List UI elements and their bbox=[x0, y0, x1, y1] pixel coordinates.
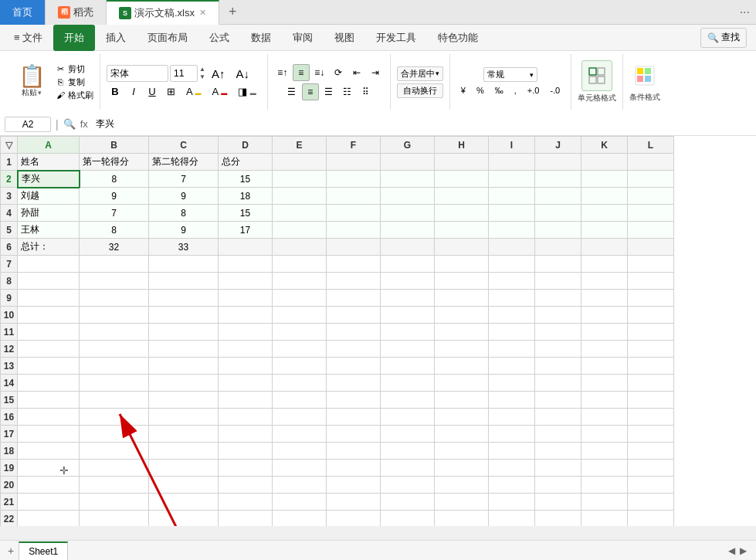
cell-B2[interactable]: 8 bbox=[80, 171, 149, 188]
col-header-K[interactable]: K bbox=[581, 137, 628, 154]
col-header-F[interactable]: F bbox=[327, 137, 381, 154]
cell-E10[interactable] bbox=[273, 307, 327, 324]
row-header-14[interactable]: 14 bbox=[1, 375, 18, 392]
cell-B21[interactable] bbox=[80, 494, 149, 511]
row-header-21[interactable]: 21 bbox=[1, 494, 18, 511]
tab-wps[interactable]: 稻 稻壳 bbox=[46, 0, 107, 25]
row-header-17[interactable]: 17 bbox=[1, 426, 18, 443]
cell-D12[interactable] bbox=[219, 341, 273, 358]
cell-B1[interactable]: 第一轮得分 bbox=[80, 154, 149, 171]
cell-L22[interactable] bbox=[628, 511, 674, 527]
cell-B22[interactable] bbox=[80, 511, 149, 527]
font-size-up[interactable]: ▲ bbox=[199, 66, 205, 73]
cell-A5[interactable]: 王林 bbox=[18, 222, 80, 239]
indent-decrease-button[interactable]: ⇤ bbox=[348, 64, 365, 81]
cell-I1[interactable] bbox=[489, 154, 535, 171]
cell-K22[interactable] bbox=[581, 511, 628, 527]
cell-D8[interactable] bbox=[219, 273, 273, 290]
cell-C13[interactable] bbox=[149, 358, 219, 375]
row-header-16[interactable]: 16 bbox=[1, 409, 18, 426]
cell-C20[interactable] bbox=[149, 477, 219, 494]
cell-C15[interactable] bbox=[149, 392, 219, 409]
cell-G18[interactable] bbox=[381, 443, 435, 460]
cell-F20[interactable] bbox=[327, 477, 381, 494]
cell-K3[interactable] bbox=[581, 188, 628, 205]
cell-I18[interactable] bbox=[489, 443, 535, 460]
cell-F22[interactable] bbox=[327, 511, 381, 527]
search-button[interactable]: 🔍 查找 bbox=[700, 28, 747, 48]
cell-L6[interactable] bbox=[628, 239, 674, 256]
cell-I10[interactable] bbox=[489, 307, 535, 324]
cell-I20[interactable] bbox=[489, 477, 535, 494]
cell-C11[interactable] bbox=[149, 324, 219, 341]
cell-C5[interactable]: 9 bbox=[149, 222, 219, 239]
cell-C1[interactable]: 第二轮得分 bbox=[149, 154, 219, 171]
cell-E1[interactable] bbox=[273, 154, 327, 171]
cell-J12[interactable] bbox=[535, 341, 581, 358]
cell-L18[interactable] bbox=[628, 443, 674, 460]
cell-A12[interactable] bbox=[18, 341, 80, 358]
cell-J14[interactable] bbox=[535, 375, 581, 392]
align-middle-button[interactable]: ≡ bbox=[293, 64, 310, 81]
cell-L3[interactable] bbox=[628, 188, 674, 205]
cell-A14[interactable] bbox=[18, 375, 80, 392]
row-header-8[interactable]: 8 bbox=[1, 273, 18, 290]
cell-K14[interactable] bbox=[581, 375, 628, 392]
cell-G5[interactable] bbox=[381, 222, 435, 239]
cell-F19[interactable] bbox=[327, 460, 381, 477]
cell-C8[interactable] bbox=[149, 273, 219, 290]
cell-A21[interactable] bbox=[18, 494, 80, 511]
align-center-button[interactable]: ≡ bbox=[302, 83, 319, 100]
cell-format-button[interactable]: 单元格格式 bbox=[578, 60, 616, 104]
cell-K2[interactable] bbox=[581, 171, 628, 188]
formula-input[interactable] bbox=[93, 117, 751, 131]
cell-B18[interactable] bbox=[80, 443, 149, 460]
cell-A11[interactable] bbox=[18, 324, 80, 341]
cell-B5[interactable]: 8 bbox=[80, 222, 149, 239]
cell-F7[interactable] bbox=[327, 256, 381, 273]
cell-E2[interactable] bbox=[273, 171, 327, 188]
cell-B11[interactable] bbox=[80, 324, 149, 341]
cell-I4[interactable] bbox=[489, 205, 535, 222]
cell-L19[interactable] bbox=[628, 460, 674, 477]
cell-F5[interactable] bbox=[327, 222, 381, 239]
cell-A20[interactable] bbox=[18, 477, 80, 494]
cut-button[interactable]: ✂ 剪切 bbox=[54, 63, 93, 75]
cell-H8[interactable] bbox=[435, 273, 489, 290]
cell-D20[interactable] bbox=[219, 477, 273, 494]
cell-L1[interactable] bbox=[628, 154, 674, 171]
row-header-7[interactable]: 7 bbox=[1, 256, 18, 273]
cell-B6[interactable]: 32 bbox=[80, 239, 149, 256]
cell-F6[interactable] bbox=[327, 239, 381, 256]
tab-excel-close[interactable]: ✕ bbox=[199, 8, 206, 18]
cell-C14[interactable] bbox=[149, 375, 219, 392]
cell-H7[interactable] bbox=[435, 256, 489, 273]
cell-D1[interactable]: 总分 bbox=[219, 154, 273, 171]
cell-J2[interactable] bbox=[535, 171, 581, 188]
cell-I9[interactable] bbox=[489, 290, 535, 307]
paste-dropdown-icon[interactable]: ▾ bbox=[38, 89, 42, 97]
decimal-remove-button[interactable]: , bbox=[510, 84, 521, 97]
cell-C2[interactable]: 7 bbox=[149, 171, 219, 188]
cell-G17[interactable] bbox=[381, 426, 435, 443]
cell-E12[interactable] bbox=[273, 341, 327, 358]
cell-D19[interactable] bbox=[219, 460, 273, 477]
cell-A4[interactable]: 孙甜 bbox=[18, 205, 80, 222]
cell-J17[interactable] bbox=[535, 426, 581, 443]
cell-K1[interactable] bbox=[581, 154, 628, 171]
tab-overflow[interactable]: ··· bbox=[734, 5, 756, 19]
formula-fx-icon[interactable]: fx bbox=[80, 118, 88, 130]
cell-A6[interactable]: 总计： bbox=[18, 239, 80, 256]
cell-E6[interactable] bbox=[273, 239, 327, 256]
cell-K15[interactable] bbox=[581, 392, 628, 409]
cell-D18[interactable] bbox=[219, 443, 273, 460]
cell-F1[interactable] bbox=[327, 154, 381, 171]
col-header-I[interactable]: I bbox=[489, 137, 535, 154]
border-button[interactable]: ⊞ bbox=[162, 84, 180, 99]
cell-L16[interactable] bbox=[628, 409, 674, 426]
cell-C10[interactable] bbox=[149, 307, 219, 324]
font-size-input[interactable] bbox=[170, 65, 198, 82]
cell-A17[interactable] bbox=[18, 426, 80, 443]
cell-A10[interactable] bbox=[18, 307, 80, 324]
cell-H19[interactable] bbox=[435, 460, 489, 477]
